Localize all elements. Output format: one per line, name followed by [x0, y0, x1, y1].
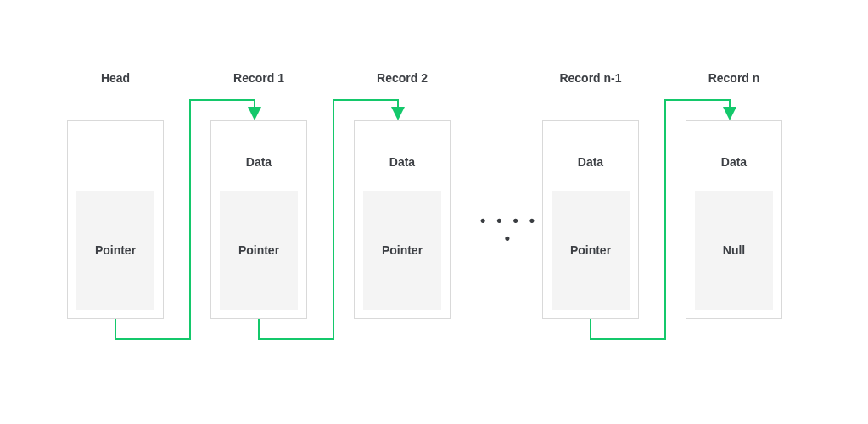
data-label: Data	[543, 155, 638, 169]
pointer-label: Pointer	[570, 243, 611, 257]
node-title-recn1: Record n-1	[559, 71, 621, 85]
node-record-n: Data Null	[686, 120, 782, 319]
node-head: Pointer	[67, 120, 164, 319]
pointer-label: Null	[723, 243, 745, 257]
data-label: Data	[211, 155, 306, 169]
node-title-rec2: Record 2	[377, 71, 428, 85]
pointer-box: Pointer	[363, 191, 441, 310]
data-label: Data	[355, 155, 450, 169]
node-record-2: Data Pointer	[354, 120, 451, 319]
node-title-recn: Record n	[708, 71, 760, 85]
node-record-1: Data Pointer	[210, 120, 307, 319]
node-record-n-1: Data Pointer	[542, 120, 639, 319]
pointer-label: Pointer	[382, 243, 423, 257]
node-title-rec1: Record 1	[233, 71, 284, 85]
data-label: Data	[686, 155, 781, 169]
node-title-head: Head	[101, 71, 130, 85]
pointer-label: Pointer	[95, 243, 136, 257]
pointer-box: Pointer	[76, 191, 154, 310]
pointer-box: Pointer	[552, 191, 630, 310]
ellipsis: • • • • •	[475, 212, 543, 248]
pointer-box: Null	[695, 191, 773, 310]
diagram-stage: Head Record 1 Record 2 Record n-1 Record…	[0, 0, 868, 424]
pointer-box: Pointer	[220, 191, 298, 310]
pointer-label: Pointer	[238, 243, 279, 257]
